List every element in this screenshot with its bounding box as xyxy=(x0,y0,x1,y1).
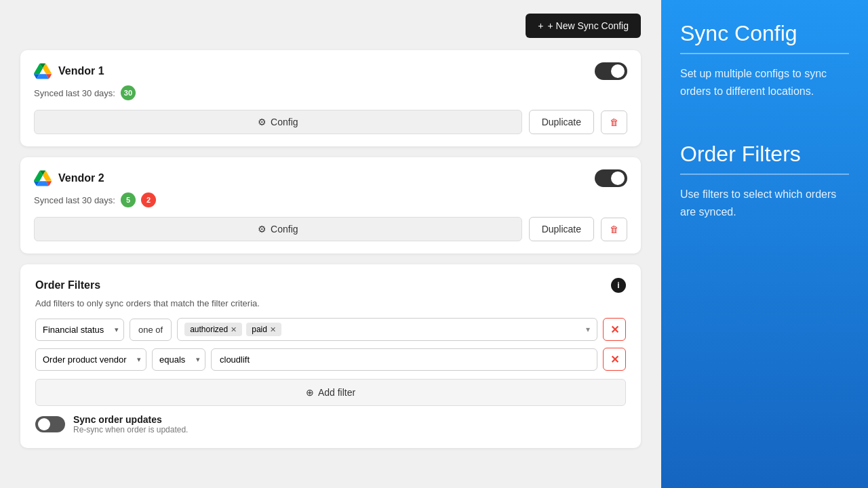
sidebar-order-filters-desc: Use filters to select which orders are s… xyxy=(680,186,849,220)
sidebar: Sync Config Set up multiple configs to s… xyxy=(661,0,868,488)
gear-icon-2: ⚙ xyxy=(258,224,267,235)
add-icon: ⊕ xyxy=(306,387,314,398)
google-drive-icon-2 xyxy=(34,169,52,187)
google-drive-icon xyxy=(34,62,52,80)
financial-status-select[interactable]: Financial status xyxy=(35,319,124,341)
vendor2-synced-label: Synced last 30 days: xyxy=(34,195,115,205)
dropdown-arrow-1: ▾ xyxy=(586,325,590,334)
tag-authorized: authorized ✕ xyxy=(184,323,242,336)
vendor2-card: Vendor 2 Synced last 30 days: 5 2 ⚙ Conf… xyxy=(20,157,641,253)
sync-updates-sublabel: Re-sync when order is updated. xyxy=(73,425,188,434)
vendor2-toggle[interactable] xyxy=(595,169,627,187)
vendor1-header: Vendor 1 xyxy=(34,62,627,80)
trash-icon: 🗑 xyxy=(610,117,618,127)
sidebar-order-filters-title: Order Filters xyxy=(680,141,849,167)
remove-icon-2: ✕ xyxy=(610,353,619,366)
sidebar-sync-config-title: Sync Config xyxy=(680,20,849,46)
vendor1-synced-row: Synced last 30 days: 30 xyxy=(34,85,627,100)
financial-status-wrapper[interactable]: Financial status xyxy=(35,319,124,341)
sync-label-group: Sync order updates Re-sync when order is… xyxy=(73,414,188,434)
vendor1-synced-label: Synced last 30 days: xyxy=(34,88,115,98)
vendor1-config-label: Config xyxy=(271,117,298,127)
vendor2-actions: ⚙ Config Duplicate 🗑 xyxy=(34,217,627,241)
vendor1-toggle[interactable] xyxy=(595,62,627,80)
sync-updates-row: Sync order updates Re-sync when order is… xyxy=(35,414,626,434)
vendor2-config-label: Config xyxy=(271,224,298,235)
vendor2-synced-row: Synced last 30 days: 5 2 xyxy=(34,192,627,207)
vendor2-sync-count2: 2 xyxy=(141,192,156,207)
add-filter-label: Add filter xyxy=(318,387,355,398)
vendor-value-input[interactable] xyxy=(211,348,597,371)
filters-header: Order Filters i xyxy=(35,278,626,293)
vendor1-duplicate-button[interactable]: Duplicate xyxy=(529,110,594,134)
equals-select[interactable]: equals xyxy=(152,348,205,371)
sidebar-order-filters-section: Order Filters Use filters to select whic… xyxy=(680,141,849,221)
remove-filter-1-button[interactable]: ✕ xyxy=(603,318,626,341)
tag-authorized-remove[interactable]: ✕ xyxy=(231,325,237,334)
vendor2-name-row: Vendor 2 xyxy=(34,169,104,187)
vendor1-name-row: Vendor 1 xyxy=(34,62,104,80)
gear-icon: ⚙ xyxy=(258,117,267,127)
equals-wrapper[interactable]: equals xyxy=(152,348,205,371)
remove-icon-1: ✕ xyxy=(610,323,619,336)
vendor2-delete-button[interactable]: 🗑 xyxy=(601,218,627,241)
product-vendor-wrapper[interactable]: Order product vendor xyxy=(35,348,146,371)
info-icon[interactable]: i xyxy=(611,278,626,293)
trash-icon-2: 🗑 xyxy=(610,224,618,235)
product-vendor-select[interactable]: Order product vendor xyxy=(35,348,146,371)
new-sync-label: + New Sync Config xyxy=(548,20,629,31)
add-filter-button[interactable]: ⊕ Add filter xyxy=(35,379,626,406)
filters-title: Order Filters xyxy=(35,279,100,291)
filter-operator-1: one of xyxy=(130,319,172,341)
filter-tags-box-1[interactable]: authorized ✕ paid ✕ ▾ xyxy=(177,318,597,341)
new-sync-button[interactable]: + + New Sync Config xyxy=(526,14,641,38)
vendor2-config-button[interactable]: ⚙ Config xyxy=(34,217,522,241)
vendor1-duplicate-label: Duplicate xyxy=(542,117,581,127)
sync-updates-label: Sync order updates xyxy=(73,414,188,425)
vendor2-name: Vendor 2 xyxy=(58,172,104,184)
sidebar-sync-config-desc: Set up multiple configs to sync orders t… xyxy=(680,65,849,100)
tag-authorized-label: authorized xyxy=(190,325,228,334)
vendor1-config-button[interactable]: ⚙ Config xyxy=(34,110,522,134)
vendor1-card: Vendor 1 Synced last 30 days: 30 ⚙ Confi… xyxy=(20,50,641,146)
sidebar-sync-config-section: Sync Config Set up multiple configs to s… xyxy=(680,20,849,100)
vendor2-duplicate-label: Duplicate xyxy=(542,224,581,235)
vendor1-sync-count: 30 xyxy=(121,85,136,100)
sidebar-divider-1 xyxy=(680,53,849,54)
order-filters-card: Order Filters i Add filters to only sync… xyxy=(20,264,641,448)
plus-icon: + xyxy=(538,20,543,31)
main-content: + + New Sync Config Vendor 1 Synced xyxy=(0,0,661,488)
vendor2-duplicate-button[interactable]: Duplicate xyxy=(529,217,594,241)
remove-filter-2-button[interactable]: ✕ xyxy=(603,348,626,371)
vendor2-header: Vendor 2 xyxy=(34,169,627,187)
vendor2-sync-count1: 5 xyxy=(121,192,136,207)
filter-row-1: Financial status one of authorized ✕ pai… xyxy=(35,318,626,341)
sidebar-divider-2 xyxy=(680,174,849,175)
tag-paid: paid ✕ xyxy=(246,323,281,336)
filters-desc: Add filters to only sync orders that mat… xyxy=(35,298,626,308)
filter-row-2: Order product vendor equals ✕ xyxy=(35,348,626,371)
tag-paid-remove[interactable]: ✕ xyxy=(270,325,276,334)
sync-updates-toggle[interactable] xyxy=(35,416,65,432)
vendor1-name: Vendor 1 xyxy=(58,65,104,77)
tag-paid-label: paid xyxy=(252,325,267,334)
vendor1-delete-button[interactable]: 🗑 xyxy=(601,110,627,134)
top-bar: + + New Sync Config xyxy=(20,14,641,38)
vendor1-actions: ⚙ Config Duplicate 🗑 xyxy=(34,110,627,134)
operator-1-label: one of xyxy=(138,325,163,335)
